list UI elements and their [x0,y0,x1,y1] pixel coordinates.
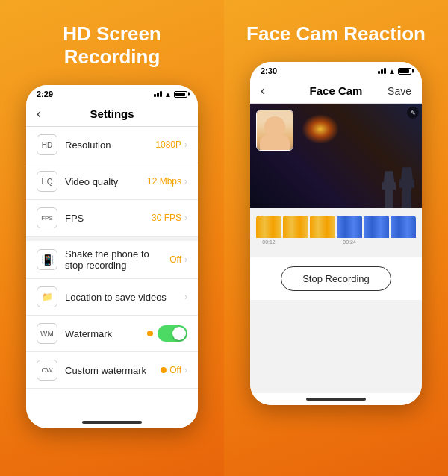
custom-watermark-icon: CW [37,360,57,381]
settings-item-shake[interactable]: 📳 Shake the phone to stop recording Off … [26,241,198,279]
custom-watermark-value: Off [169,365,181,375]
video-quality-icon: HQ [37,171,57,192]
settings-item-location[interactable]: 📁 Location to save videos › [26,279,198,316]
watermark-badge [147,331,153,336]
resolution-value: 1080P [155,140,181,150]
battery-icon [174,91,187,98]
shake-chevron: › [184,254,187,265]
timeline-clip-6[interactable] [391,216,416,247]
settings-item-fps[interactable]: FPS FPS 30 FPS › [26,200,198,237]
settings-item-resolution[interactable]: HD Resolution 1080P › [26,127,198,163]
stop-recording-button[interactable]: Stop Recording [281,266,391,291]
face-cam-person [257,110,293,150]
settings-item-custom-watermark[interactable]: CW Custom watermark Off › [26,352,198,389]
timeline-clip-4[interactable]: 00:24 [337,216,362,247]
fps-chevron: › [184,213,187,223]
clip-bar-1 [256,216,281,238]
back-button[interactable]: ‹ [37,106,41,122]
video-quality-chevron: › [184,176,187,187]
phone-content-right: 00:12 00:24 [250,208,422,393]
right-battery-icon [398,68,411,75]
left-home-bar [82,421,142,424]
settings-list: HD Resolution 1080P › HQ Video qualty 12… [26,127,198,416]
timeline-clip-3[interactable] [310,216,335,247]
clip-bar-5 [364,216,389,238]
video-quality-value: 12 Mbps [147,176,181,187]
right-signal-icon [378,68,386,74]
signal-icon [154,91,162,97]
left-phone-mockup: 2:29 ▲ ‹ Settings HD Re [26,85,198,428]
custom-watermark-badge [161,367,167,373]
stop-recording-container: Stop Recording [250,257,422,300]
timeline-clip-5[interactable] [364,216,389,247]
timeline-section: 00:12 00:24 [250,208,422,254]
resolution-icon: HD [37,134,57,155]
resolution-chevron: › [184,140,187,150]
resolution-label: Resolution [65,140,155,151]
right-nav-title: Face Cam [310,84,363,97]
fps-label: FPS [65,213,152,224]
right-panel-title: Face Cam Reaction [246,22,426,46]
left-nav-title: Settings [90,107,134,120]
left-nav-bar: ‹ Settings [26,101,198,127]
settings-item-watermark[interactable]: WM Watermark [26,316,198,352]
clip-bar-4 [337,216,362,238]
right-wifi-icon: ▲ [388,67,396,75]
clip-bar-3 [310,216,335,238]
right-status-icons: ▲ [378,67,411,75]
settings-item-video-quality[interactable]: HQ Video qualty 12 Mbps › [26,163,198,200]
save-button[interactable]: Save [388,85,411,97]
right-back-button[interactable]: ‹ [261,83,265,98]
video-quality-label: Video qualty [65,176,147,187]
fps-value: 30 FPS [152,213,181,223]
right-nav-bar: ‹ Face Cam Save [250,78,422,104]
right-home-bar [306,398,366,401]
left-status-time: 2:29 [37,90,53,98]
timeline-clip-1[interactable]: 00:12 [256,216,281,247]
timeline-strip: 00:12 00:24 [256,216,416,247]
clip-time-4: 00:24 [337,239,362,245]
left-panel-title: HD Screen Recording [15,22,209,69]
right-phone-mockup: 2:30 ▲ ‹ Face Cam Save [250,62,422,405]
left-panel: HD Screen Recording 2:29 ▲ ‹ Settings [0,0,224,476]
custom-watermark-chevron: › [184,365,187,375]
shake-value: Off [169,254,181,265]
shake-label: Shake the phone to stop recording [65,248,169,271]
clip-bar-2 [283,216,308,238]
watermark-toggle[interactable] [158,325,187,342]
location-icon: 📁 [37,286,57,307]
location-label: Location to save videos [65,292,184,303]
left-home-indicator [26,416,198,428]
right-panel: Face Cam Reaction 2:30 ▲ ‹ Face Cam Save [224,0,448,476]
face-body [260,134,290,150]
location-chevron: › [184,292,187,302]
right-home-indicator [250,393,422,405]
right-status-time: 2:30 [261,66,277,75]
face-cam-overlay [256,110,293,151]
wifi-icon: ▲ [164,90,172,98]
watermark-icon: WM [37,323,57,344]
right-status-bar: 2:30 ▲ [250,62,422,78]
clip-bar-6 [391,216,416,238]
shake-icon: 📳 [37,249,57,270]
left-status-bar: 2:29 ▲ [26,85,198,101]
game-screen: ✎ [250,104,422,208]
custom-watermark-label: Custom watermark [65,365,159,376]
timeline-clip-2[interactable] [283,216,308,247]
watermark-label: Watermark [65,328,146,339]
clip-time-1: 00:12 [256,239,281,245]
left-status-icons: ▲ [154,90,187,98]
fps-icon: FPS [37,207,57,228]
